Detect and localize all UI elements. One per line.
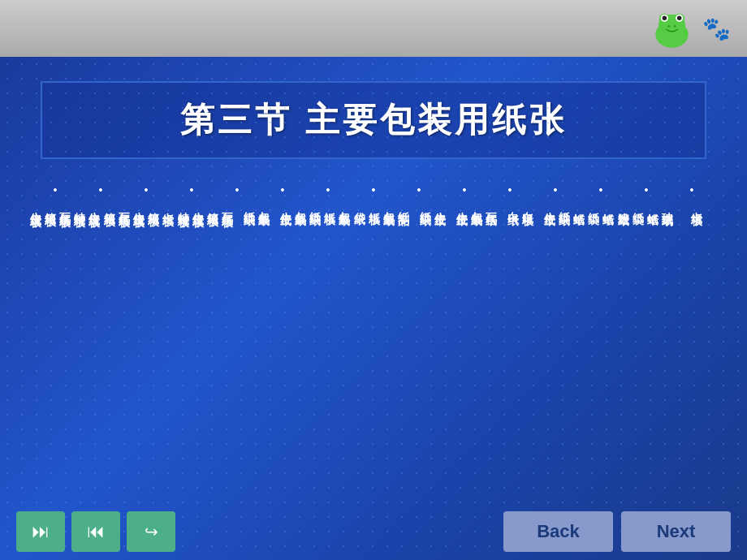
share-button[interactable]: ↪ — [127, 511, 175, 552]
item-col-0: 瓦楞纸板 箱纸板 牛皮纸板 — [28, 203, 73, 209]
item-col-13: 玻璃纸 蜡纸 纸袋 — [631, 203, 676, 208]
fast-forward-button[interactable]: ⏭ — [16, 511, 65, 552]
svg-point-7 — [677, 15, 682, 20]
item-col-5: 纸袋纸 包装纸 牛皮纸 — [279, 203, 323, 208]
frog-mascot — [650, 6, 694, 51]
item-text-4: 包装纸 纸袋纸 — [242, 203, 271, 208]
item-text-12: 淀粉纸 蜡纸 纸袋 — [587, 203, 632, 208]
top-bar: 🐾 — [0, 0, 747, 57]
items-row: 瓦楞纸板 箱纸板 牛皮纸板瓦楞纸板 箱纸板 牛皮纸板 特种纸板卡纸板 箱纸板 牛… — [24, 203, 723, 209]
columns-container: ••••••••••••••• 瓦楞纸板 箱纸板 牛皮纸板瓦楞纸板 箱纸板 牛皮… — [24, 183, 723, 209]
bullet-dot: • — [624, 183, 669, 196]
bottom-bar: ⏭ ⏮ ↪ Back Next — [0, 503, 747, 560]
bullet-dot: • — [533, 183, 578, 196]
item-text-11: 蜡纸 纸袋纸 牛皮纸 — [542, 203, 587, 208]
bullet-dot: • — [669, 183, 715, 196]
item-text-8: 牛皮纸 纸袋纸 — [418, 203, 447, 208]
back-button[interactable]: Back — [503, 511, 613, 552]
antenna-icon: 🐾 — [702, 15, 731, 42]
item-text-0: 瓦楞纸板 箱纸板 牛皮纸板 — [28, 203, 73, 209]
bullet-dot: • — [169, 183, 214, 196]
item-text-14: 卡纸板 — [689, 203, 704, 208]
title-box: 第三节 主要包装用纸张 — [41, 81, 706, 159]
item-col-9: 瓦楞纸 包装纸 牛皮纸 — [455, 203, 499, 208]
item-col-6: 袋纸 包装纸 纸板 — [323, 203, 368, 208]
item-col-8: 牛皮纸 纸袋纸 — [412, 203, 455, 208]
fast-back-button[interactable]: ⏮ — [71, 511, 120, 552]
item-col-3: 瓦楞纸板 箱纸板 牛皮纸板 特种纸板 — [176, 203, 235, 209]
item-text-10: 白纸板 白卡纸 — [506, 203, 535, 208]
bullet-dot: • — [578, 183, 624, 196]
bullet-dot: • — [351, 183, 396, 196]
svg-point-8 — [667, 24, 670, 27]
item-col-1: 瓦楞纸板 箱纸板 牛皮纸板 特种纸板 — [73, 203, 132, 209]
main-content: 第三节 主要包装用纸张 ••••••••••••••• 瓦楞纸板 箱纸板 牛皮纸… — [0, 57, 747, 560]
bullet-dot: • — [442, 183, 487, 196]
item-col-12: 淀粉纸 蜡纸 纸袋 — [587, 203, 632, 208]
item-text-5: 纸袋纸 包装纸 牛皮纸 — [279, 203, 323, 208]
item-text-6: 袋纸 包装纸 纸板 — [323, 203, 368, 208]
bullet-dot: • — [305, 183, 351, 196]
nav-buttons-left: ⏭ ⏮ ↪ — [16, 511, 175, 552]
item-text-7: 纸制品 包装纸 纸板 — [367, 203, 412, 208]
bullet-dot: • — [214, 183, 260, 196]
bullet-dot: • — [260, 183, 305, 196]
item-text-9: 瓦楞纸 包装纸 牛皮纸 — [455, 203, 499, 208]
item-col-7: 纸制品 包装纸 纸板 — [367, 203, 412, 208]
bullet-dot: • — [32, 183, 78, 196]
item-col-14: 卡纸板 — [676, 203, 719, 208]
item-col-4: 包装纸 纸袋纸 — [235, 203, 279, 208]
svg-point-9 — [674, 24, 676, 27]
bullet-dot: • — [78, 183, 123, 196]
svg-point-6 — [663, 15, 667, 20]
item-text-13: 玻璃纸 蜡纸 纸袋 — [631, 203, 676, 208]
item-text-3: 瓦楞纸板 箱纸板 牛皮纸板 特种纸板 — [176, 203, 235, 209]
page-title: 第三节 主要包装用纸张 — [180, 101, 567, 139]
bullets-row: ••••••••••••••• — [24, 183, 723, 196]
bullet-dot: • — [123, 183, 169, 196]
nav-buttons-right: Back Next — [503, 511, 731, 552]
bullet-dot: • — [487, 183, 533, 196]
bullet-dot: • — [396, 183, 442, 196]
item-col-11: 蜡纸 纸袋纸 牛皮纸 — [542, 203, 587, 208]
item-text-1: 瓦楞纸板 箱纸板 牛皮纸板 特种纸板 — [73, 203, 132, 209]
item-col-2: 卡纸板 箱纸板 牛皮纸板 — [132, 203, 176, 209]
next-button[interactable]: Next — [621, 511, 731, 552]
item-col-10: 白纸板 白卡纸 — [499, 203, 542, 208]
item-text-2: 卡纸板 箱纸板 牛皮纸板 — [132, 203, 176, 209]
